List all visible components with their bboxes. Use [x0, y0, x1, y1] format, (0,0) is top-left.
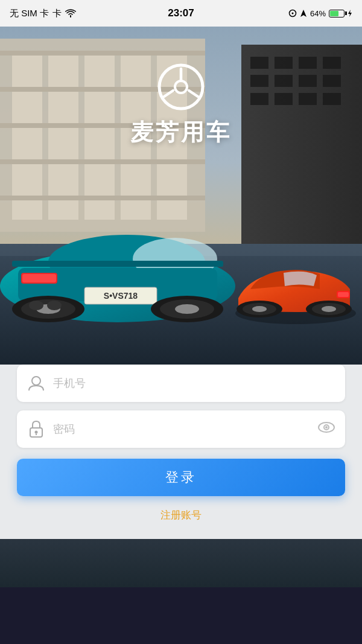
register-link[interactable]: 注册账号	[17, 508, 345, 522]
svg-point-45	[29, 301, 43, 310]
svg-point-63	[35, 431, 38, 434]
status-right: 64%	[288, 9, 352, 18]
status-time: 23:07	[168, 7, 194, 19]
app-name: 麦芳用车	[130, 117, 232, 148]
bottom-ground	[0, 539, 362, 587]
login-button[interactable]: 登录	[17, 459, 345, 496]
login-section: 登录 注册账号	[0, 365, 362, 539]
phone-input[interactable]	[53, 377, 335, 390]
svg-rect-18	[299, 57, 317, 69]
svg-rect-16	[250, 57, 268, 69]
svg-rect-5	[48, 51, 78, 220]
battery-percent: 64%	[310, 9, 326, 18]
svg-rect-44	[12, 261, 223, 267]
svg-rect-20	[250, 75, 268, 87]
wifi-icon	[65, 9, 76, 18]
battery-container	[329, 10, 345, 18]
svg-rect-35	[22, 274, 56, 282]
svg-rect-23	[323, 75, 341, 87]
svg-rect-24	[250, 93, 268, 105]
location-icon	[300, 9, 307, 18]
toggle-password-icon[interactable]	[317, 421, 335, 437]
svg-rect-12	[0, 159, 205, 164]
svg-rect-17	[275, 57, 293, 69]
svg-rect-19	[323, 57, 341, 69]
svg-rect-9	[0, 51, 205, 56]
svg-point-61	[32, 377, 40, 385]
sim-card-label: 卡	[52, 8, 62, 19]
battery-fill	[330, 11, 338, 16]
password-input[interactable]	[53, 423, 317, 436]
svg-rect-21	[275, 75, 293, 87]
battery-icon	[329, 10, 345, 18]
svg-rect-26	[299, 93, 317, 105]
svg-rect-6	[84, 51, 115, 220]
svg-rect-4	[12, 51, 42, 220]
svg-point-57	[175, 81, 187, 93]
svg-rect-25	[275, 93, 293, 105]
svg-point-43	[175, 304, 199, 314]
user-icon	[27, 374, 46, 393]
svg-line-60	[189, 91, 200, 98]
svg-point-67	[325, 426, 328, 429]
status-bar: 无 SIM 卡 卡 23:07 64%	[0, 0, 362, 27]
hero-section: S•VS718	[0, 27, 362, 365]
charging-icon	[348, 9, 352, 18]
svg-rect-13	[0, 196, 205, 200]
lock-icon	[27, 419, 46, 439]
logo-area: 麦芳用车	[130, 63, 232, 148]
svg-rect-55	[338, 292, 349, 297]
screen-rotation-icon	[288, 9, 297, 18]
svg-rect-22	[299, 75, 317, 87]
app-logo	[157, 63, 205, 111]
phone-input-group	[17, 365, 345, 402]
svg-point-53	[322, 306, 336, 312]
status-left: 无 SIM 卡 卡	[10, 8, 76, 19]
password-input-group	[17, 410, 345, 448]
svg-rect-27	[323, 93, 341, 105]
svg-point-1	[291, 13, 293, 14]
svg-text:S•VS718: S•VS718	[104, 291, 138, 301]
no-sim-label: 无 SIM 卡	[10, 8, 49, 19]
svg-point-46	[47, 301, 62, 310]
svg-point-50	[252, 306, 267, 312]
svg-line-59	[162, 91, 173, 98]
